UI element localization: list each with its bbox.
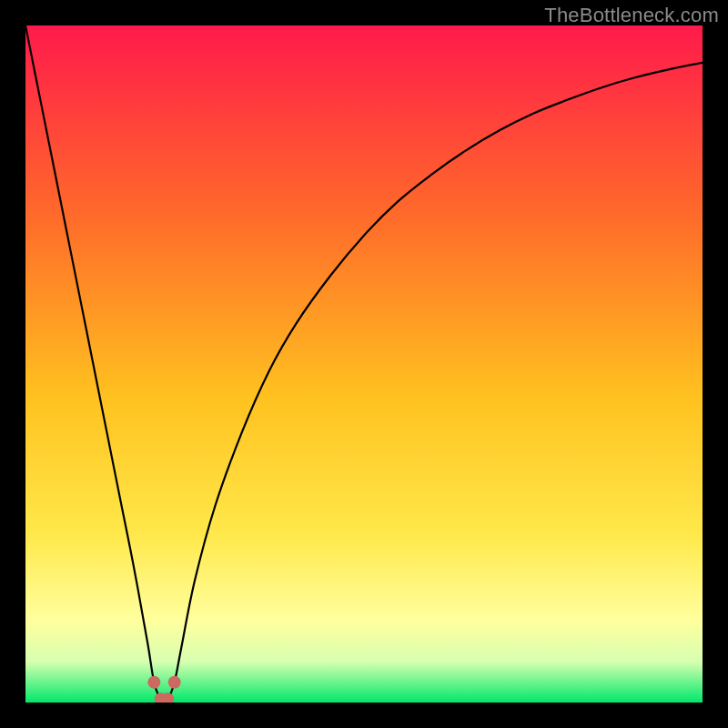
curve-min-markers: [147, 676, 180, 703]
min-marker: [168, 676, 181, 689]
plot-area: [25, 25, 703, 703]
chart-svg: [25, 25, 703, 703]
bottleneck-curve: [25, 25, 703, 702]
watermark-text: TheBottleneck.com: [544, 4, 719, 27]
min-marker: [147, 676, 160, 689]
chart-frame: TheBottleneck.com: [0, 0, 728, 728]
